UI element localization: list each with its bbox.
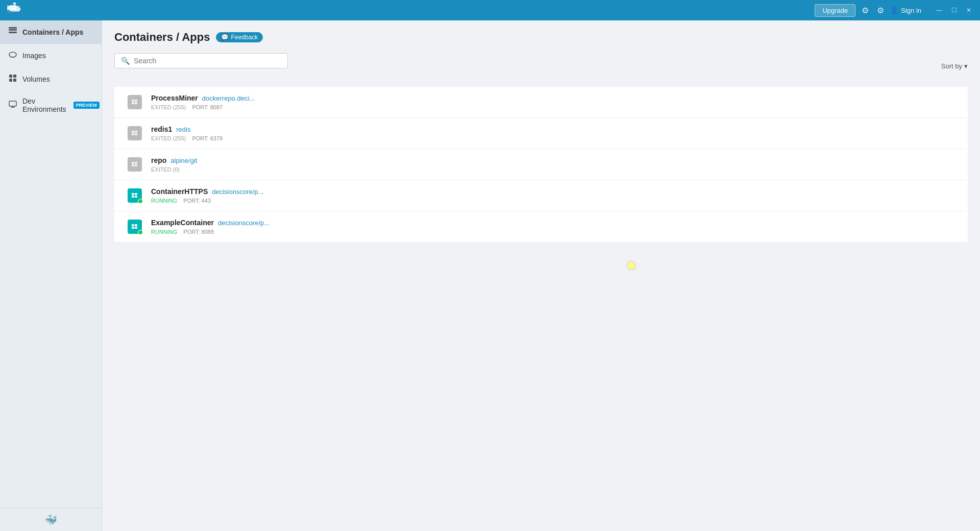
svg-rect-13 [9, 79, 12, 82]
container-port: PORT: 8088 [183, 229, 214, 235]
container-row[interactable]: ExampleContainerdecisionscore/p...RUNNIN… [114, 211, 968, 242]
sidebar-item-volumes[interactable]: Volumes [0, 67, 102, 91]
svg-rect-33 [135, 224, 137, 226]
container-name: ExampleContainer [151, 219, 214, 227]
container-status: EXITED (255) [151, 135, 186, 141]
container-row[interactable]: repoalpine/gitEXITED (0) [114, 149, 968, 180]
maximize-button[interactable]: ☐ [949, 6, 960, 15]
upgrade-button[interactable]: Upgrade [815, 4, 855, 17]
svg-rect-5 [13, 3, 16, 5]
titlebar-right: Upgrade ⚙ ⚙ 👤 Sign in — ☐ ✕ [815, 4, 974, 17]
container-status: EXITED (255) [151, 104, 186, 110]
container-row[interactable]: redis1redisEXITED (255)PORT: 6379 [114, 118, 968, 149]
sidebar: Containers / Apps Images Volumes [0, 20, 102, 531]
feedback-label: Feedback [231, 34, 258, 41]
main-content: Containers / Apps 💬 Feedback 🔍 Sort by ▾ [102, 20, 980, 531]
container-row[interactable]: ContainerHTTPSdecisionscore/p...RUNNINGP… [114, 180, 968, 211]
svg-rect-11 [9, 75, 12, 78]
signin-button[interactable]: 👤 Sign in [890, 7, 921, 14]
sidebar-item-containers[interactable]: Containers / Apps [0, 20, 102, 44]
svg-rect-28 [132, 193, 134, 195]
sidebar-item-dev-environments[interactable]: Dev Environments PREVIEW [0, 91, 102, 119]
feedback-link[interactable]: 💬 Feedback [216, 32, 263, 42]
container-port: PORT: 8087 [192, 104, 223, 110]
container-name: redis1 [151, 125, 172, 133]
stopped-container-icon [128, 157, 142, 172]
container-icon-wrap [127, 94, 143, 110]
images-label: Images [22, 52, 46, 60]
container-port: PORT: 6379 [192, 135, 223, 141]
docker-logo-icon [6, 2, 22, 19]
container-status: RUNNING [151, 198, 177, 204]
svg-rect-29 [135, 193, 137, 195]
svg-rect-27 [135, 164, 137, 166]
svg-rect-26 [132, 164, 134, 166]
page-header: Containers / Apps 💬 Feedback [114, 31, 968, 44]
search-bar: 🔍 [114, 53, 288, 68]
svg-rect-30 [132, 196, 134, 198]
container-status: EXITED (0) [151, 166, 180, 173]
stopped-container-icon [128, 126, 142, 140]
container-image: decisionscore/p... [212, 188, 263, 196]
container-list: ProcessMinerdockerrepo.deci...EXITED (25… [114, 87, 968, 242]
minimize-button[interactable]: — [934, 6, 945, 15]
container-image: dockerrepo.deci... [202, 94, 255, 102]
svg-rect-8 [9, 32, 17, 33]
sidebar-item-images[interactable]: Images [0, 44, 102, 67]
feedback-icon: 💬 [221, 34, 229, 41]
titlebar: Upgrade ⚙ ⚙ 👤 Sign in — ☐ ✕ [0, 0, 980, 20]
settings-icon[interactable]: ⚙ [860, 4, 871, 17]
container-info: ContainerHTTPSdecisionscore/p...RUNNINGP… [151, 187, 955, 204]
stopped-container-icon [128, 95, 142, 109]
sidebar-bottom: 🐳 [0, 508, 102, 531]
search-icon: 🔍 [121, 57, 130, 65]
container-info: ProcessMinerdockerrepo.deci...EXITED (25… [151, 94, 955, 110]
svg-rect-20 [132, 131, 134, 133]
running-container-icon [128, 220, 142, 234]
docker-bottom-icon[interactable]: 🐳 [44, 514, 57, 526]
container-info: repoalpine/gitEXITED (0) [151, 156, 955, 173]
container-status: RUNNING [151, 229, 177, 235]
container-name: ProcessMiner [151, 94, 198, 102]
volumes-label: Volumes [22, 75, 50, 83]
search-input[interactable] [134, 57, 281, 65]
svg-rect-22 [132, 133, 134, 135]
svg-point-6 [19, 6, 20, 7]
signin-label: Sign in [901, 7, 921, 14]
titlebar-left [6, 2, 22, 19]
account-icon: 👤 [890, 7, 898, 14]
sort-by-dropdown[interactable]: Sort by ▾ [941, 62, 968, 70]
svg-rect-7 [9, 29, 17, 31]
container-icon-wrap [127, 219, 143, 235]
page-title: Containers / Apps [114, 31, 210, 44]
svg-rect-24 [132, 162, 134, 164]
svg-rect-18 [132, 102, 134, 104]
container-name: ContainerHTTPS [151, 187, 208, 196]
containers-icon [8, 27, 17, 38]
container-name: repo [151, 156, 166, 164]
container-image: redis [176, 126, 190, 133]
svg-rect-31 [135, 196, 137, 198]
svg-rect-32 [132, 224, 134, 226]
svg-rect-15 [9, 101, 16, 106]
svg-rect-9 [9, 27, 17, 29]
container-image: decisionscore/p... [218, 219, 270, 227]
container-image: alpine/git [170, 157, 197, 164]
chevron-down-icon: ▾ [964, 62, 968, 70]
svg-rect-17 [135, 100, 137, 102]
svg-rect-19 [135, 102, 137, 104]
svg-rect-12 [13, 75, 16, 78]
preview-badge: PREVIEW [74, 102, 100, 109]
window-controls: — ☐ ✕ [934, 6, 974, 15]
container-port: PORT: 443 [183, 198, 211, 204]
container-row[interactable]: ProcessMinerdockerrepo.deci...EXITED (25… [114, 87, 968, 118]
container-info: redis1redisEXITED (255)PORT: 6379 [151, 125, 955, 141]
close-button[interactable]: ✕ [964, 6, 974, 15]
svg-rect-35 [135, 227, 137, 229]
dev-environments-icon [8, 100, 17, 111]
svg-rect-23 [135, 133, 137, 135]
gear2-icon[interactable]: ⚙ [875, 4, 886, 17]
container-icon-wrap [127, 156, 143, 173]
volumes-icon [8, 74, 17, 85]
container-icon-wrap [127, 187, 143, 204]
